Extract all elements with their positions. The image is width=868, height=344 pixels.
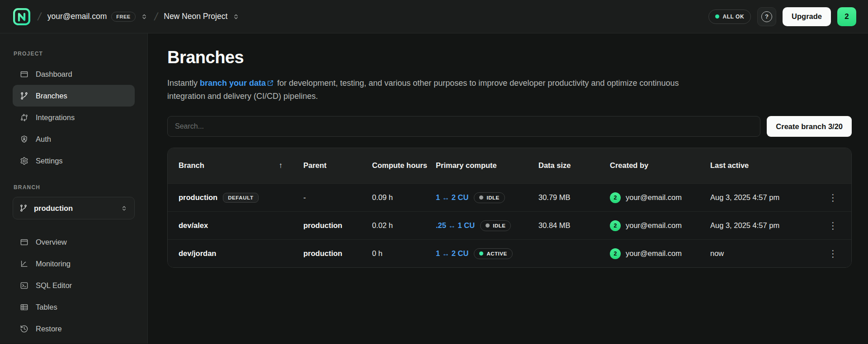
compute-units: 1 ↔ 2 CU — [436, 249, 468, 258]
branch-selector-value: production — [34, 204, 114, 213]
table-row[interactable]: dev/alex production 0.02 h .25 ↔ 1 CU ID… — [168, 211, 851, 239]
page-title: Branches — [167, 48, 852, 67]
sidebar-item-branches[interactable]: Branches — [13, 85, 135, 107]
system-status-pill[interactable]: ALL OK — [708, 9, 751, 24]
table-row[interactable]: production DEFAULT - 0.09 h 1 ↔ 2 CU IDL… — [168, 183, 851, 211]
free-badge: FREE — [111, 12, 135, 22]
main-content: Branches Instantly branch your data for … — [148, 33, 868, 344]
sidebar-item-label: Auth — [36, 135, 51, 144]
sidebar-item-label: Branches — [36, 92, 67, 100]
sidebar-item-auth[interactable]: Auth — [13, 128, 135, 150]
row-menu-kebab-icon[interactable]: ⋮ — [826, 247, 840, 260]
compute-hours-cell: 0 h — [372, 249, 436, 258]
settings-gear-icon — [20, 157, 28, 165]
last-active-cell: now — [710, 249, 822, 258]
sidebar-item-dashboard[interactable]: Dashboard — [13, 63, 135, 85]
sidebar: PROJECT Dashboard Branches Integrations — [0, 33, 148, 344]
parent-cell: production — [303, 221, 372, 230]
status-dot — [486, 223, 490, 228]
status-label: ALL OK — [723, 14, 744, 20]
branches-toolbar: Create branch 3/20 — [167, 116, 852, 137]
sidebar-item-monitoring[interactable]: Monitoring — [13, 253, 135, 274]
column-header-branch[interactable]: Branch ↑ — [179, 161, 303, 171]
branch-section-label: BRANCH — [14, 184, 135, 191]
column-header-data-size: Data size — [538, 161, 610, 170]
column-header-created-by: Created by — [610, 161, 710, 170]
breadcrumb-separator: / — [153, 10, 159, 23]
sidebar-item-integrations[interactable]: Integrations — [13, 107, 135, 128]
chevron-updown-icon — [140, 13, 148, 21]
neon-logo-icon — [13, 8, 31, 26]
branches-icon — [20, 92, 28, 100]
search-input[interactable] — [167, 116, 760, 137]
status-badge: IDLE — [474, 192, 505, 203]
project-switcher[interactable]: New Neon Project — [164, 12, 240, 21]
default-badge: DEFAULT — [223, 193, 258, 203]
neon-logo[interactable] — [12, 7, 32, 27]
sidebar-item-label: Restore — [36, 325, 62, 333]
primary-compute-cell: .25 ↔ 1 CU IDLE — [436, 220, 538, 231]
row-menu-kebab-icon[interactable]: ⋮ — [826, 191, 840, 204]
restore-history-icon — [20, 325, 28, 333]
org-email: your@email.com — [47, 12, 107, 21]
sidebar-item-restore[interactable]: Restore — [13, 318, 135, 339]
created-by-email: your@email.com — [626, 221, 682, 230]
created-by-cell: 2 your@email.com — [610, 192, 710, 203]
org-switcher[interactable]: your@email.com FREE — [47, 12, 148, 22]
last-active-cell: Aug 3, 2025 4:57 pm — [710, 221, 822, 230]
sidebar-item-label: Tables — [36, 303, 57, 311]
sidebar-item-tables[interactable]: Tables — [13, 296, 135, 318]
column-header-parent: Parent — [303, 161, 372, 170]
integrations-icon — [20, 113, 28, 122]
status-ok-dot — [715, 14, 719, 19]
created-by-email: your@email.com — [626, 249, 682, 258]
intro-text: Instantly branch your data for developme… — [167, 77, 687, 102]
dashboard-icon — [20, 70, 28, 79]
sidebar-item-label: SQL Editor — [36, 281, 72, 290]
sidebar-item-settings[interactable]: Settings — [13, 150, 135, 172]
branch-selector[interactable]: production — [13, 197, 135, 219]
create-branch-button[interactable]: Create branch 3/20 — [767, 116, 852, 137]
compute-hours-cell: 0.09 h — [372, 193, 436, 202]
question-icon: ? — [761, 11, 772, 22]
status-dot — [479, 251, 483, 256]
sidebar-item-sql-editor[interactable]: SQL Editor — [13, 274, 135, 296]
branch-name: dev/alex — [179, 221, 208, 230]
branch-icon — [19, 204, 28, 212]
chevron-updown-icon — [120, 205, 128, 212]
column-header-compute-hours: Compute hours — [372, 161, 436, 170]
table-header-row: Branch ↑ Parent Compute hours Primary co… — [168, 148, 851, 183]
top-bar: / your@email.com FREE / New Neon Project… — [0, 0, 868, 33]
branch-name: dev/jordan — [179, 249, 216, 258]
sidebar-item-label: Dashboard — [36, 70, 72, 79]
created-by-email: your@email.com — [626, 193, 682, 202]
table-row[interactable]: dev/jordan production 0 h 1 ↔ 2 CU ACTIV… — [168, 239, 851, 267]
column-header-last-active: Last active — [710, 161, 822, 170]
last-active-cell: Aug 3, 2025 4:57 pm — [710, 193, 822, 202]
avatar: 2 — [610, 248, 621, 259]
avatar: 2 — [610, 220, 621, 231]
data-size-cell: 30.84 MB — [538, 221, 610, 230]
upgrade-button[interactable]: Upgrade — [783, 7, 831, 26]
compute-units: 1 ↔ 2 CU — [436, 193, 468, 202]
help-button[interactable]: ? — [757, 7, 776, 26]
branches-table: Branch ↑ Parent Compute hours Primary co… — [167, 148, 852, 268]
auth-icon — [20, 135, 28, 144]
sidebar-item-overview[interactable]: Overview — [13, 231, 135, 253]
avatar[interactable]: 2 — [837, 7, 856, 26]
breadcrumb-separator: / — [37, 10, 42, 23]
parent-cell: - — [303, 193, 372, 202]
row-menu-kebab-icon[interactable]: ⋮ — [826, 219, 840, 232]
tables-icon — [20, 303, 28, 311]
sidebar-item-label: Integrations — [36, 113, 75, 122]
created-by-cell: 2 your@email.com — [610, 220, 710, 231]
data-size-cell: 30.79 MB — [538, 193, 610, 202]
status-badge: ACTIVE — [474, 248, 512, 259]
primary-compute-cell: 1 ↔ 2 CU ACTIVE — [436, 248, 538, 259]
sort-asc-icon[interactable]: ↑ — [279, 161, 283, 171]
primary-compute-cell: 1 ↔ 2 CU IDLE — [436, 192, 538, 203]
compute-hours-cell: 0.02 h — [372, 221, 436, 230]
branch-your-data-link[interactable]: branch your data — [200, 79, 266, 88]
sidebar-item-label: Monitoring — [36, 260, 71, 268]
sql-editor-icon — [20, 281, 28, 290]
